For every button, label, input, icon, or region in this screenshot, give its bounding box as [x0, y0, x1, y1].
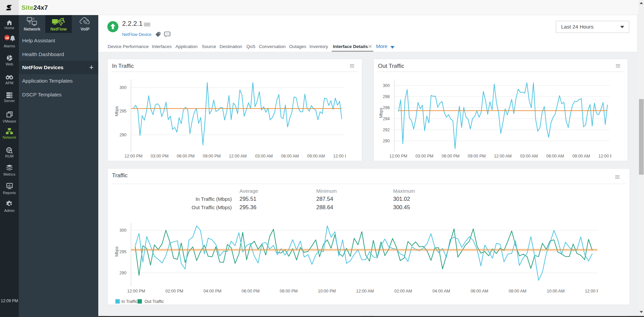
svg-text:18: 18	[5, 36, 9, 40]
